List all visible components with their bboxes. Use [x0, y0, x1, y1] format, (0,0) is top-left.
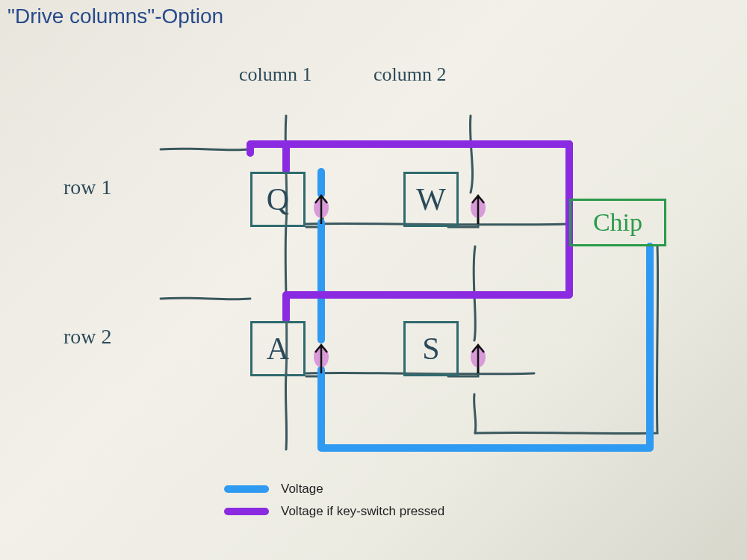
swatch-voltage-pressed	[224, 508, 269, 515]
legend-voltage-pressed: Voltage if key-switch pressed	[224, 500, 444, 523]
key-A-label: A	[252, 323, 303, 374]
wiring-layer	[0, 0, 747, 560]
key-S-label: S	[406, 323, 456, 374]
diode-s	[471, 345, 486, 373]
legend-voltage-pressed-label: Voltage if key-switch pressed	[281, 504, 444, 519]
legend-voltage: Voltage	[224, 478, 444, 500]
diode-q	[314, 196, 329, 224]
chip-label: Chip	[571, 201, 664, 244]
diode-w	[471, 196, 486, 224]
key-W: W	[403, 172, 459, 227]
key-A: A	[250, 321, 306, 376]
key-Q: Q	[250, 172, 306, 227]
legend: Voltage Voltage if key-switch pressed	[224, 478, 444, 523]
key-S: S	[403, 321, 459, 376]
key-W-label: W	[406, 174, 456, 225]
key-Q-label: Q	[252, 174, 303, 225]
diode-a	[314, 345, 329, 373]
legend-voltage-label: Voltage	[281, 482, 323, 497]
swatch-voltage	[224, 485, 269, 493]
chip: Chip	[569, 199, 666, 246]
